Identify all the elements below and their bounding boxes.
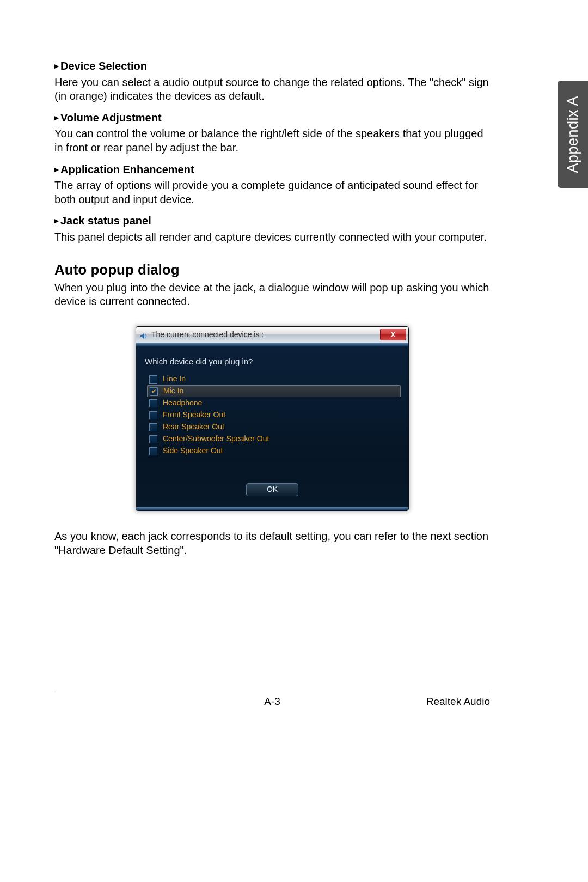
checkbox-icon[interactable] [149,375,157,384]
section-body: This panel depicts all render and captur… [54,230,490,245]
ok-button[interactable]: OK [246,483,298,496]
device-label: Center/Subwoofer Speaker Out [163,434,269,444]
checkbox-icon[interactable] [149,435,157,443]
page-number: A-3 [264,696,280,708]
checkbox-icon[interactable] [149,399,157,407]
appendix-tab: Appendix A [558,81,588,188]
heading-auto-popup-dialog: Auto popup dialog [54,261,490,279]
device-option-side-speaker-out[interactable]: Side Speaker Out [147,445,401,457]
device-option-rear-speaker-out[interactable]: Rear Speaker Out [147,421,401,433]
svg-marker-0 [140,333,144,339]
dialog-body: Which device did you plug in? Line In Mi… [136,346,408,507]
section-title-text: Application Enhancement [60,163,194,175]
dialog-button-row: OK [144,483,401,496]
appendix-tab-label: Appendix A [565,96,581,173]
dialog-screenshot: The current connected device is : x Whic… [54,326,490,511]
section-title-device-selection: Device Selection [54,59,490,74]
checkbox-icon[interactable] [149,411,157,419]
footer-rule [54,690,490,690]
device-label: Mic In [163,386,183,396]
device-option-mic-in[interactable]: Mic In [147,385,401,397]
device-label: Rear Speaker Out [163,422,224,432]
dialog-bottom-edge [136,507,408,510]
device-label: Front Speaker Out [163,410,225,420]
heading-body: When you plug into the device at the jac… [54,281,490,309]
checkbox-icon[interactable] [149,447,157,455]
footer-right: Realtek Audio [426,696,490,708]
dialog-titlebar: The current connected device is : x [136,327,408,343]
dialog-prompt: Which device did you plug in? [145,356,401,367]
section-title-volume-adjustment: Volume Adjustment [54,111,490,125]
dialog-title: The current connected device is : [151,330,264,340]
speaker-icon [139,330,148,339]
close-icon: x [391,330,395,339]
device-list: Line In Mic In Headphone Front Spea [147,373,401,457]
device-label: Headphone [163,398,202,408]
page-footer: A-3 Realtek Audio [54,696,490,708]
dialog-window: The current connected device is : x Whic… [136,326,409,511]
checkbox-icon[interactable] [150,387,158,396]
device-label: Side Speaker Out [163,446,223,456]
section-title-jack-status-panel: Jack status panel [54,214,490,228]
section-title-text: Volume Adjustment [60,112,162,124]
device-option-front-speaker-out[interactable]: Front Speaker Out [147,409,401,421]
close-button[interactable]: x [380,329,406,340]
section-title-application-enhancement: Application Enhancement [54,163,490,177]
ok-button-label: OK [267,485,278,495]
page: Appendix A Device Selection Here you can… [0,0,588,882]
page-content: Device Selection Here you can select a a… [54,52,490,557]
section-body: The array of options will provide you a … [54,179,490,206]
device-label: Line In [163,374,186,384]
checkbox-icon[interactable] [149,423,157,431]
section-title-text: Jack status panel [60,215,151,227]
after-dialog-text: As you know, each jack corresponds to it… [54,530,490,557]
section-body: You can control the volume or balance th… [54,127,490,155]
section-title-text: Device Selection [60,60,147,72]
section-body: Here you can select a audio output sourc… [54,76,490,104]
device-option-headphone[interactable]: Headphone [147,397,401,409]
device-option-line-in[interactable]: Line In [147,373,401,385]
device-option-center-subwoofer-speaker-out[interactable]: Center/Subwoofer Speaker Out [147,433,401,445]
